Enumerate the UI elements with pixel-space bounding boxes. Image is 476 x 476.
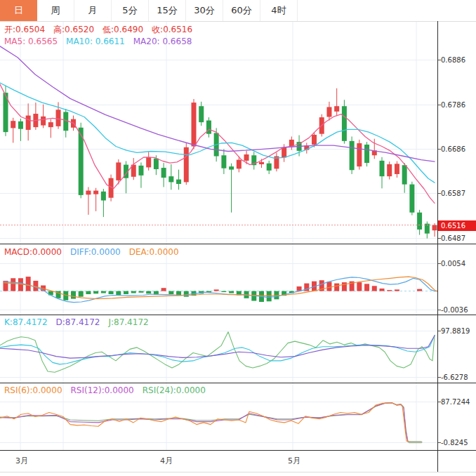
candle-body bbox=[18, 121, 23, 129]
price-axis-label: 0.6686 bbox=[441, 145, 465, 154]
macd-histogram-bar bbox=[93, 291, 98, 294]
macd-histogram-bar bbox=[86, 291, 91, 294]
candle-body bbox=[116, 162, 121, 180]
candle-body bbox=[93, 191, 98, 194]
macd-histogram-bar bbox=[364, 284, 369, 291]
time-axis-label: 4月 bbox=[160, 456, 173, 466]
candle-body bbox=[432, 225, 437, 231]
macd-histogram-bar bbox=[387, 290, 392, 291]
candle-body bbox=[267, 164, 272, 171]
chart-app: 日周月5分15分30分60分4时 开:0.6504高:0.6520低:0.649… bbox=[0, 0, 476, 476]
ma-readout: MA5: 0.6565MA10: 0.6611MA20: 0.6658 bbox=[4, 37, 200, 46]
kdj-value: K:87.4172 bbox=[4, 317, 48, 327]
ma-value: MA20: 0.6658 bbox=[133, 37, 192, 46]
candle-body bbox=[48, 122, 53, 127]
candle-body bbox=[101, 192, 106, 201]
macd-value: MACD:0.0000 bbox=[4, 247, 62, 257]
rsi-rsi24-line bbox=[0, 403, 416, 442]
macd-histogram-bar bbox=[116, 291, 121, 296]
price-axis-label: 0.6587 bbox=[441, 190, 465, 198]
rsi-rsi6-line bbox=[0, 403, 411, 442]
macd-histogram-bar bbox=[101, 291, 106, 293]
candle-body bbox=[282, 147, 286, 158]
candle-body bbox=[357, 143, 362, 166]
candle-body bbox=[237, 160, 242, 169]
kdj-value: D:87.4172 bbox=[56, 317, 100, 327]
candle-body bbox=[402, 165, 407, 184]
macd-value: DIFF:0.0000 bbox=[70, 247, 121, 257]
macd-histogram-bar bbox=[214, 289, 219, 291]
macd-histogram-bar bbox=[357, 282, 362, 291]
candle-body bbox=[229, 166, 234, 169]
rsi-value: RSI(12):0.0000 bbox=[71, 385, 134, 395]
candle-body bbox=[192, 103, 197, 146]
macd-histogram-bar bbox=[380, 289, 385, 291]
ohlc-value: 高:0.6520 bbox=[53, 25, 94, 34]
candle-body bbox=[364, 145, 369, 163]
macd-value: DEA:0.0000 bbox=[129, 247, 179, 257]
price-axis-label: -0.8245 bbox=[441, 439, 468, 447]
kdj-readout: K:87.4172D:87.4172J:87.4172 bbox=[4, 317, 157, 327]
macd-histogram-bar bbox=[168, 291, 173, 294]
ma-value: MA5: 0.6565 bbox=[4, 37, 58, 46]
candle-body bbox=[326, 107, 331, 117]
macd-histogram-bar bbox=[184, 291, 189, 297]
candle-body bbox=[154, 159, 159, 169]
rsi-readout: RSI(6):0.0000RSI(12):0.0000RSI(24):0.000… bbox=[4, 385, 214, 395]
kdj-k-line bbox=[0, 336, 435, 364]
rsi-value: RSI(6):0.0000 bbox=[4, 385, 62, 395]
last-price-badge: 0.6516 bbox=[438, 220, 476, 231]
price-axis-label: 0.6487 bbox=[441, 234, 465, 243]
price-axis-label: 0.6886 bbox=[441, 56, 465, 65]
candle-body bbox=[161, 168, 166, 178]
price-axis-label: 0.6786 bbox=[441, 101, 465, 110]
ohlc-value: 开:0.6504 bbox=[4, 25, 45, 34]
macd-histogram-bar bbox=[138, 291, 143, 293]
candle-body bbox=[395, 164, 399, 174]
candle-body bbox=[56, 110, 61, 126]
ohlc-readout: 开:0.6504高:0.6520低:0.6490收:0.6516 bbox=[4, 24, 201, 36]
macd-histogram-bar bbox=[161, 288, 166, 291]
macd-histogram-bar bbox=[229, 291, 234, 293]
macd-readout: MACD:0.0000DIFF:0.0000DEA:0.0000 bbox=[4, 247, 187, 257]
candle-body bbox=[289, 140, 294, 147]
price-axis-label: 97.8819 bbox=[441, 327, 470, 336]
chart-svg[interactable] bbox=[0, 0, 476, 476]
price-axis-label: 0.0054 bbox=[441, 260, 465, 268]
candle-body bbox=[380, 161, 385, 176]
kdj-d-line bbox=[0, 336, 435, 358]
candle-body bbox=[138, 166, 143, 176]
price-axis-label: -6.6278 bbox=[441, 373, 468, 382]
macd-histogram-bar bbox=[11, 278, 15, 291]
macd-histogram-bar bbox=[109, 291, 114, 294]
macd-histogram-bar bbox=[417, 289, 422, 291]
candle-body bbox=[86, 191, 91, 195]
macd-histogram-bar bbox=[131, 291, 136, 293]
macd-histogram-bar bbox=[267, 291, 272, 302]
ohlc-value: 收:0.6516 bbox=[152, 25, 192, 34]
candle-body bbox=[417, 213, 422, 230]
macd-histogram-bar bbox=[334, 284, 339, 291]
macd-histogram-bar bbox=[124, 291, 128, 294]
price-axis-label: -0.0036 bbox=[441, 306, 468, 315]
rsi-value: RSI(24):0.0000 bbox=[143, 385, 206, 395]
macd-histogram-bar bbox=[372, 286, 377, 291]
candle-body bbox=[168, 176, 173, 182]
candle-body bbox=[312, 135, 317, 145]
price-axis-label: 87.7244 bbox=[441, 398, 470, 406]
macd-histogram-bar bbox=[342, 282, 347, 291]
candle-body bbox=[244, 154, 249, 161]
candle-body bbox=[176, 180, 181, 184]
macd-histogram-bar bbox=[71, 291, 76, 299]
rsi-rsi12-line bbox=[0, 403, 408, 442]
candle-body bbox=[350, 141, 355, 170]
kdj-j-line bbox=[0, 332, 435, 373]
candle-body bbox=[409, 185, 414, 213]
candle-body bbox=[41, 117, 46, 126]
ma-value: MA10: 0.6611 bbox=[66, 37, 125, 46]
macd-histogram-bar bbox=[221, 291, 226, 292]
macd-histogram-bar bbox=[146, 291, 151, 294]
candle-body bbox=[342, 106, 347, 141]
time-axis-label: 3月 bbox=[15, 456, 28, 466]
candle-body bbox=[334, 106, 339, 112]
